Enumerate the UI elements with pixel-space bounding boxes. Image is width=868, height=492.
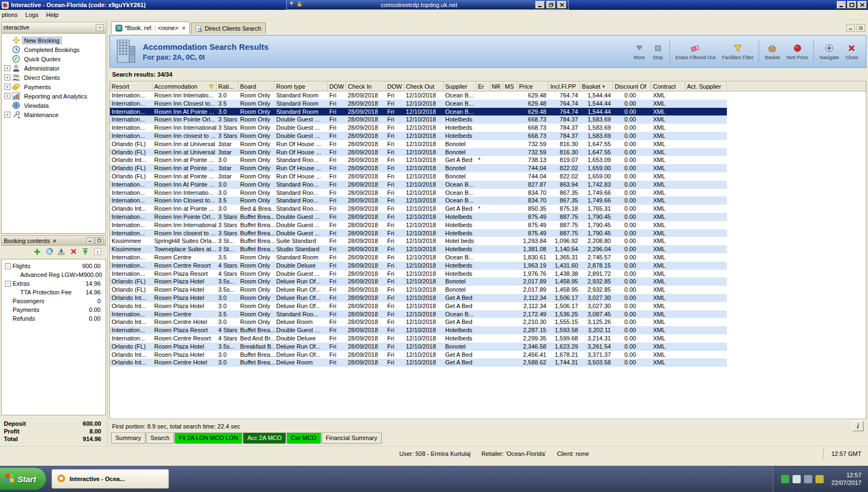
window-close-button[interactable] <box>858 1 867 9</box>
bottom-tab-summary[interactable]: Summary <box>111 432 145 444</box>
column-header-supplier[interactable]: Supplier <box>444 82 476 91</box>
bottom-tab-car-mco[interactable]: Car MCO <box>287 432 321 444</box>
result-row[interactable]: Internation...Rosen Centre Resort4 Stars… <box>110 262 727 270</box>
result-row[interactable]: Internation...Rosen Inn Closest to...3.5… <box>110 196 727 205</box>
menu-item-logs[interactable]: Logs <box>24 10 42 19</box>
sidebar-item-new-booking[interactable]: New Booking <box>2 36 106 45</box>
rdp-minimize-button[interactable] <box>535 1 545 9</box>
result-row[interactable]: Orlando (FL)Rosen Inn at Pointe ...3star… <box>110 172 727 181</box>
booking-tree-item[interactable]: Passengers0 <box>2 297 106 305</box>
column-header-incl-fl-pp[interactable]: Incl.Fl.PP <box>549 82 580 91</box>
result-row[interactable]: Orlando Int...Rosen Plaza Hotel3.0Buffet… <box>110 351 727 359</box>
result-row[interactable]: Orlando (FL)Rosen Inn at Universal3starR… <box>110 148 727 157</box>
booking-tree-item[interactable]: Advanced Reg LGW>M900.00 <box>2 270 106 279</box>
booking-tree-item[interactable]: TTA Protection Fee14.96 <box>2 288 106 297</box>
result-row[interactable]: Internation...Rosen Plaza Resort4 StarsB… <box>110 326 727 334</box>
column-header-er[interactable]: Er <box>476 82 490 91</box>
result-row[interactable]: Internation...Rosen Plaza Resort4 StarsR… <box>110 270 727 278</box>
column-header-contract[interactable]: Contract <box>651 82 685 91</box>
window-maximize-button[interactable] <box>847 1 857 9</box>
result-row[interactable]: Internation...Rosen Centre3.5Room OnlySt… <box>110 253 727 262</box>
result-row[interactable]: Internation...Rosen Inn closest to ...3 … <box>110 132 727 140</box>
tab-direct-clients-search[interactable]: Direct Clients Search <box>191 22 265 34</box>
result-row[interactable]: Internation...Rosen Centre3.5Room OnlySt… <box>110 310 727 319</box>
column-header-room-type[interactable]: Room type <box>275 82 328 91</box>
sidebar-item-administrator[interactable]: +Administrator <box>2 63 106 73</box>
tab-book-ref-none[interactable]: *Book. ref. : <none>× <box>111 21 190 34</box>
result-row[interactable]: Orlando (FL)Rosen Plaza Hotel3.5s...Room… <box>110 277 727 286</box>
result-row[interactable]: KissimmeeSpringHill Suites Orla...3 St..… <box>110 237 727 245</box>
sidebar-item-quick-quotes[interactable]: Quick Quotes <box>2 54 106 63</box>
basket-button[interactable]: Basket <box>761 42 783 61</box>
result-row[interactable]: Internation...Rosen Inn Internatio...3.0… <box>110 91 727 100</box>
taskbar-clock[interactable]: 12:57 22/07/2017 <box>831 471 861 487</box>
menu-item-ptions[interactable]: ptions <box>0 10 21 19</box>
result-row[interactable]: Orlando (FL)Rosen Inn at Universal3starR… <box>110 140 727 148</box>
taskbar-task-button[interactable]: Interactive - Ocea... <box>51 469 169 489</box>
erase-filtered-out-button[interactable]: Erase Filtered Out <box>672 42 719 61</box>
start-button[interactable]: Start <box>0 468 46 490</box>
collapse-icon[interactable]: - <box>5 263 11 269</box>
result-row[interactable]: Internation...Rosen Inn Pointe Orl...3 S… <box>110 115 727 124</box>
result-row[interactable]: Internation...Rosen Centre Resort4 Stars… <box>110 334 727 343</box>
result-row[interactable]: Internation...Rosen Inn International3 S… <box>110 221 727 229</box>
bottom-tab-search[interactable]: Search <box>146 432 174 444</box>
info-button[interactable]: i <box>92 247 102 257</box>
child-minimize-button[interactable] <box>846 24 855 32</box>
column-header-of[interactable]: Of <box>638 82 651 91</box>
sidebar-item-completed-bookings[interactable]: Completed Bookings <box>2 45 106 54</box>
result-row[interactable]: Orlando Int...Rosen Plaza Hotel3.0Room O… <box>110 294 727 302</box>
pin-icon[interactable] <box>288 1 295 9</box>
sidebar-item-viewdata[interactable]: Viewdata <box>2 101 106 110</box>
booking-tree-item[interactable]: -Flights900.00 <box>2 262 106 270</box>
expand-icon[interactable]: + <box>4 74 10 80</box>
result-row[interactable]: Internation...Rosen Inn Closest to...3.5… <box>110 100 727 108</box>
result-row[interactable]: Orlando Int...Rosen Centre Hotel3.0Buffe… <box>110 358 727 367</box>
booking-tree-item[interactable]: Payments0.00 <box>2 305 106 314</box>
close-button[interactable]: Close <box>842 42 861 61</box>
expand-icon[interactable]: + <box>4 84 10 90</box>
result-row[interactable]: Internation...Rosen Inn Pointe Orl...3 S… <box>110 213 727 221</box>
tab-close-icon[interactable]: × <box>182 25 185 31</box>
sidebar-item-direct-clients[interactable]: +Direct Clients <box>2 73 106 82</box>
expand-icon[interactable]: + <box>4 65 10 71</box>
result-row[interactable]: Orlando Int...Rosen Inn at Pointe ...3.0… <box>110 205 727 213</box>
refresh-button[interactable] <box>44 247 54 257</box>
column-header-dow[interactable]: DOW <box>328 82 346 91</box>
tray-mail-icon[interactable] <box>793 475 801 483</box>
menu-item-help[interactable]: Help <box>44 10 62 19</box>
column-header-rati[interactable]: Rati... <box>217 82 238 91</box>
bottom-tab-flt-2a-lon-mco-lon[interactable]: Flt 2A LON MCO LON <box>174 432 242 444</box>
result-row[interactable]: Internation...Rosen Inn closest to ...3 … <box>110 229 727 238</box>
result-row[interactable]: Internation...Rosen Inn Internatio...3.0… <box>110 189 727 197</box>
nett-price-button[interactable]: Nett Price <box>783 42 812 61</box>
rdp-restore-button[interactable] <box>546 1 556 9</box>
download-button[interactable] <box>56 247 66 257</box>
column-header-price[interactable]: Price <box>517 82 549 91</box>
expand-icon[interactable]: + <box>4 93 10 99</box>
result-row[interactable]: Orlando (FL)Rosen Plaza Hotel3.5s...Room… <box>110 286 727 294</box>
tray-volume-icon[interactable] <box>815 475 824 483</box>
result-row[interactable]: KissimmeeTowneplace Suites at...3 St...B… <box>110 245 727 253</box>
tray-print-icon[interactable] <box>804 475 812 483</box>
column-header-ms[interactable]: MS <box>503 82 517 91</box>
column-header-nr[interactable]: NR <box>490 82 503 91</box>
sidebar-item-payments[interactable]: +Payments <box>2 82 106 91</box>
column-header-dow[interactable]: DOW <box>386 82 404 91</box>
booking-tree-item[interactable]: -Extras14.96 <box>2 279 106 288</box>
booking-tree-item[interactable]: Refunds0.00 <box>2 314 106 323</box>
sidebar-item-maintenance[interactable]: +Maintenance <box>2 110 106 119</box>
expand-icon[interactable]: + <box>4 112 10 118</box>
booking-panel-close-icon[interactable]: × <box>53 238 56 244</box>
navigate-button[interactable]: Navigate <box>816 42 842 61</box>
add-button[interactable] <box>32 247 42 257</box>
column-header-act-supplier[interactable]: Act. Supplier <box>685 82 727 91</box>
column-header-resort[interactable]: Resort <box>110 82 153 91</box>
sidebar-item-reporting-and-analytics[interactable]: +Reporting and Analytics <box>2 91 106 101</box>
info-button[interactable]: i <box>852 421 864 431</box>
column-header-board[interactable]: Board <box>238 82 275 91</box>
stop-button[interactable]: Stop <box>649 42 667 61</box>
facilities-filter-button[interactable]: Facilities Filter <box>719 42 757 61</box>
column-header-check-out[interactable]: Check Out <box>404 82 444 91</box>
booking-panel-maximize-button[interactable] <box>95 237 103 244</box>
